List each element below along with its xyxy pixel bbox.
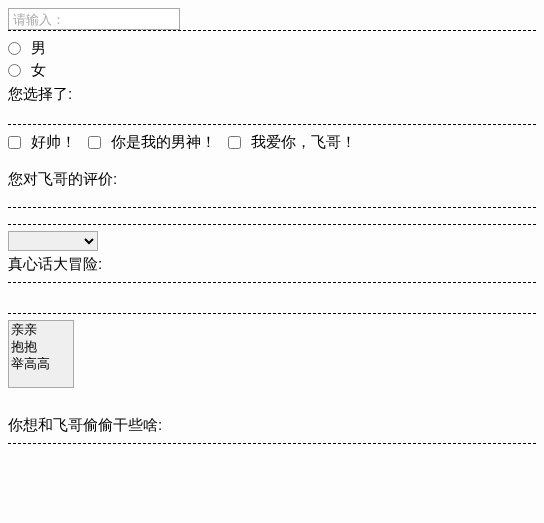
divider	[8, 207, 536, 208]
check-love-label: 我爱你，飞哥！	[251, 133, 356, 152]
check-love[interactable]	[228, 136, 241, 149]
divider	[8, 282, 536, 283]
check-cool[interactable]	[8, 136, 21, 149]
divider	[8, 124, 536, 125]
main-text-input[interactable]	[8, 8, 180, 30]
radio-male[interactable]	[8, 42, 21, 55]
dropdown-result-label: 真心话大冒险:	[8, 255, 536, 274]
radio-result-label: 您选择了:	[8, 85, 536, 104]
divider	[8, 224, 536, 225]
check-cool-label: 好帅！	[31, 133, 76, 152]
check-god[interactable]	[88, 136, 101, 149]
list-item[interactable]: 举高高	[9, 355, 73, 372]
listbox-result-label: 你想和飞哥偷偷干些啥:	[8, 416, 536, 435]
list-item[interactable]: 亲亲	[9, 321, 73, 338]
radio-female[interactable]	[8, 64, 21, 77]
divider	[8, 313, 536, 314]
list-item[interactable]: 抱抱	[9, 338, 73, 355]
radio-male-label: 男	[31, 37, 46, 59]
check-god-label: 你是我的男神！	[111, 133, 216, 152]
truth-dare-select[interactable]	[8, 231, 98, 251]
divider	[8, 443, 536, 444]
action-listbox[interactable]: 亲亲 抱抱 举高高	[8, 320, 74, 388]
check-result-label: 您对飞哥的评价:	[8, 170, 536, 189]
radio-female-label: 女	[31, 59, 46, 81]
